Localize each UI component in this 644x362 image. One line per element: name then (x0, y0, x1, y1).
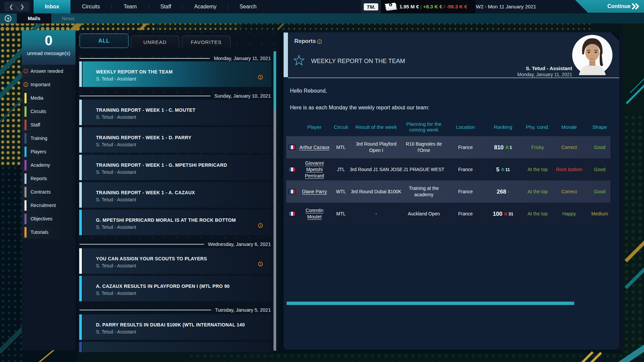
svg-text:€: € (390, 3, 392, 6)
